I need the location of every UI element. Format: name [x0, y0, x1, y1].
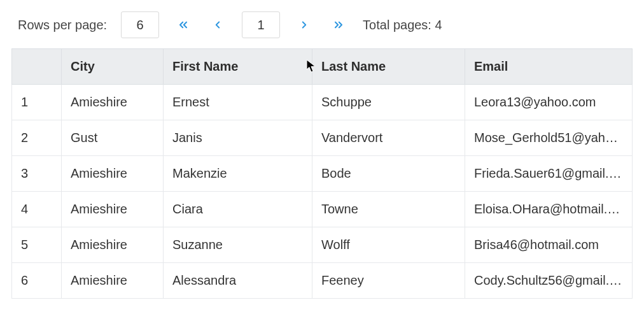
cell-email: Cody.Schultz56@gmail.com [465, 263, 633, 299]
cell-email: Eloisa.OHara@hotmail.com [465, 192, 633, 227]
table-header-row: City First Name Last Name Email [12, 49, 633, 85]
cell-last-name: Wolff [312, 227, 465, 263]
cell-first-name: Alessandra [164, 263, 312, 299]
cell-city: Amieshire [62, 263, 164, 299]
cell-index: 2 [12, 120, 62, 156]
rows-per-page-input[interactable] [121, 11, 159, 38]
column-header-first-name[interactable]: First Name [164, 49, 312, 85]
chevron-double-right-icon [332, 18, 345, 31]
table-row: 6 Amieshire Alessandra Feeney Cody.Schul… [12, 263, 633, 299]
cell-index: 1 [12, 85, 62, 120]
table-row: 2 Gust Janis Vandervort Mose_Gerhold51@y… [12, 120, 633, 156]
cell-city: Gust [62, 120, 164, 156]
last-page-button[interactable] [328, 15, 349, 35]
cell-first-name: Ciara [164, 192, 312, 227]
column-header-index[interactable] [12, 49, 62, 85]
current-page-input[interactable] [242, 11, 280, 38]
cell-first-name: Makenzie [164, 156, 312, 192]
column-header-last-name[interactable]: Last Name [312, 49, 465, 85]
chevron-left-icon [212, 19, 223, 31]
first-page-button[interactable] [173, 15, 193, 35]
prev-page-button[interactable] [207, 15, 228, 35]
table-row: 4 Amieshire Ciara Towne Eloisa.OHara@hot… [12, 192, 633, 227]
cell-index: 5 [12, 227, 62, 263]
pagination-bar: Rows per page: Total pages: 4 [11, 11, 633, 38]
cell-first-name: Ernest [164, 85, 312, 120]
cell-email: Mose_Gerhold51@yahoo.com [465, 120, 633, 156]
column-header-city[interactable]: City [62, 49, 164, 85]
cell-city: Amieshire [62, 227, 164, 263]
cell-index: 6 [12, 263, 62, 299]
cell-last-name: Vandervort [312, 120, 465, 156]
cell-city: Amieshire [62, 85, 164, 120]
table-row: 1 Amieshire Ernest Schuppe Leora13@yahoo… [12, 85, 633, 120]
cell-index: 3 [12, 156, 62, 192]
cell-first-name: Suzanne [164, 227, 312, 263]
data-table: City First Name Last Name Email 1 Amiesh… [11, 48, 633, 299]
cell-index: 4 [12, 192, 62, 227]
cell-city: Amieshire [62, 156, 164, 192]
cell-email: Brisa46@hotmail.com [465, 227, 633, 263]
cell-first-name: Janis [164, 120, 312, 156]
next-page-button[interactable] [294, 15, 314, 35]
chevron-double-left-icon [177, 18, 190, 31]
table-row: 3 Amieshire Makenzie Bode Frieda.Sauer61… [12, 156, 633, 192]
cell-last-name: Towne [312, 192, 465, 227]
table-row: 5 Amieshire Suzanne Wolff Brisa46@hotmai… [12, 227, 633, 263]
cell-last-name: Schuppe [312, 85, 465, 120]
cell-last-name: Bode [312, 156, 465, 192]
total-pages-label: Total pages: 4 [363, 18, 442, 32]
cell-city: Amieshire [62, 192, 164, 227]
column-header-email[interactable]: Email [465, 49, 633, 85]
chevron-right-icon [298, 19, 310, 31]
cell-email: Frieda.Sauer61@gmail.com [465, 156, 633, 192]
rows-per-page-label: Rows per page: [18, 18, 107, 32]
cell-email: Leora13@yahoo.com [465, 85, 633, 120]
cell-last-name: Feeney [312, 263, 465, 299]
